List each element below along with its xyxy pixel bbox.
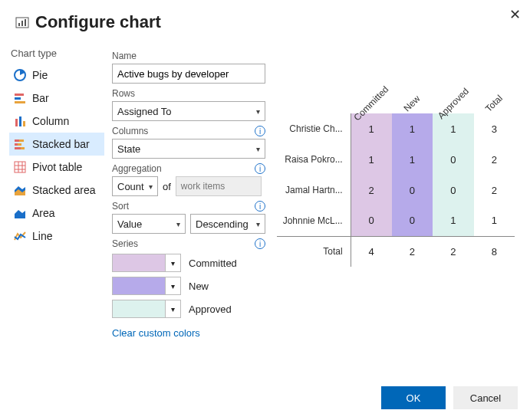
svg-rect-11 [15,139,19,142]
sort-label: Sort [112,201,129,212]
chevron-down-icon: ▾ [176,220,180,228]
cell: 1 [351,144,391,175]
svg-rect-5 [15,94,24,96]
info-icon[interactable]: i [255,163,265,174]
cell-total: 1 [474,205,515,236]
svg-rect-10 [23,121,25,126]
series-swatch [112,300,166,318]
info-icon[interactable]: i [255,238,265,249]
preview-table: Committed New Approved Total Christie Ch… [277,72,515,267]
svg-rect-6 [15,97,21,100]
chart-type-label-text: Stacked area [32,184,96,196]
chart-icon [15,15,29,29]
cell: 1 [392,113,433,144]
series-name: Committed [189,258,237,269]
sort-direction-select[interactable]: Descending ▾ [190,214,265,234]
series-name: New [189,281,209,292]
cell: 1 [392,144,433,175]
cell: 0 [392,175,433,205]
chevron-down-icon: ▾ [256,145,260,153]
rows-select[interactable]: Assigned To ▾ [112,101,265,121]
info-icon[interactable]: i [255,201,265,212]
col-header: Total [483,93,505,114]
columns-select[interactable]: State ▾ [112,139,265,159]
ok-button[interactable]: OK [381,386,446,409]
aggregation-select[interactable]: Count ▾ [112,176,158,196]
chart-type-label-text: Column [32,115,69,127]
cancel-button[interactable]: Cancel [453,386,518,409]
aggregation-value: Count [117,181,144,192]
col-header: New [402,94,423,114]
table-row: Christie Ch... 1 1 1 3 [277,113,515,144]
columns-label: Columns [112,126,148,136]
aggregation-units: work items [176,176,262,196]
chart-type-label-text: Area [32,207,55,219]
row-label: Raisa Pokro... [277,144,351,175]
sort-field-select[interactable]: Value ▾ [112,214,186,234]
chart-type-stacked-area[interactable]: Stacked area [9,179,104,202]
name-input[interactable] [112,64,265,84]
chevron-down-icon: ▾ [256,107,260,116]
cell: 0 [392,205,433,236]
chart-type-pivot[interactable]: Pivot table [9,156,104,179]
chart-type-column[interactable]: Column [9,110,104,133]
svg-marker-24 [15,210,25,218]
series-color-dropdown[interactable]: ▾ [166,254,181,272]
area-icon [12,206,28,220]
chart-type-stacked-bar[interactable]: Stacked bar [9,133,104,156]
chart-type-line[interactable]: Line [9,225,104,248]
chart-type-area[interactable]: Area [9,202,104,225]
chart-type-label-text: Pie [32,69,48,81]
column-icon [12,114,28,128]
clear-colors-link[interactable]: Clear custom colors [112,327,200,339]
svg-rect-15 [15,147,21,149]
cell: 0 [433,144,473,175]
table-total-row: Total 4 2 2 8 [277,236,515,267]
chart-type-label-text: Pivot table [32,161,82,173]
series-row-committed: ▾ Committed [112,254,268,272]
cell-total: 8 [474,236,515,267]
close-icon[interactable]: ✕ [509,6,521,23]
series-row-new: ▾ New [112,277,268,295]
series-color-dropdown[interactable]: ▾ [166,277,181,295]
stacked-area-icon [12,183,28,197]
stacked-bar-icon [12,137,28,151]
pie-icon [12,68,28,82]
cell: 0 [351,205,391,236]
svg-rect-7 [15,101,25,103]
chart-type-label-text: Stacked bar [32,138,90,150]
chevron-down-icon: ▾ [256,220,260,228]
cell-total: 2 [474,144,515,175]
series-color-dropdown[interactable]: ▾ [166,300,181,318]
series-swatch [112,277,166,295]
pivot-icon [12,160,28,174]
chevron-down-icon: ▾ [149,182,153,191]
table-row: Jamal Hartn... 2 0 0 2 [277,175,515,205]
chart-type-label-text: Bar [32,92,49,104]
chart-type-pie[interactable]: Pie [9,64,104,87]
cell: 1 [433,113,473,144]
svg-rect-13 [15,143,18,146]
info-icon[interactable]: i [255,126,265,136]
svg-rect-9 [19,116,21,126]
cell: 1 [433,205,473,236]
svg-rect-1 [18,23,20,26]
svg-rect-17 [15,162,25,172]
columns-value: State [117,143,140,155]
series-swatch [112,254,166,272]
cell: 4 [351,236,391,267]
chart-type-bar[interactable]: Bar [9,87,104,110]
table-row: Johnnie McL... 0 0 1 1 [277,205,515,236]
rows-value: Assigned To [117,106,172,117]
series-name: Approved [189,304,232,315]
svg-rect-14 [18,143,21,146]
sort-field-value: Value [117,218,142,230]
svg-rect-8 [15,119,18,126]
row-label: Christie Ch... [277,113,351,144]
svg-rect-2 [21,21,23,26]
rows-label: Rows [112,88,268,99]
aggregation-of: of [163,181,171,192]
svg-rect-16 [21,147,25,149]
bar-icon [12,91,28,105]
svg-rect-12 [19,139,24,142]
